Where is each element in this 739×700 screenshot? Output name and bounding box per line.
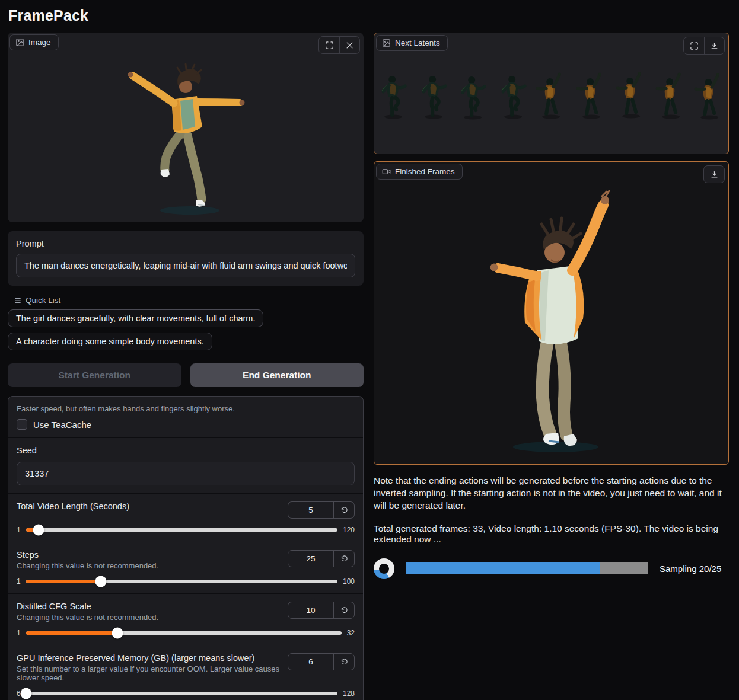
gpu-memory-block: GPU Inference Preserved Memory (GB) (lar… [8, 645, 363, 700]
gpu-memory-reset-button[interactable] [333, 654, 354, 670]
video-length-max: 120 [343, 526, 355, 534]
reset-icon [340, 555, 348, 562]
quick-list-header: Quick List [14, 296, 364, 305]
image-input-panel[interactable]: Image [8, 33, 364, 222]
video-length-slider[interactable] [26, 528, 337, 532]
video-length-reset-button[interactable] [333, 502, 354, 518]
cfg-scale-info: Changing this value is not recommended. [17, 613, 158, 622]
teacache-info: Faster speed, but often makes hands and … [17, 404, 355, 413]
sampling-progress-bar [406, 562, 648, 574]
app-header: FramePack [0, 0, 739, 29]
cfg-scale-slider[interactable] [26, 631, 342, 635]
video-length-label: Total Video Length (Seconds) [17, 501, 129, 511]
finished-frames-label-text: Finished Frames [395, 167, 455, 176]
teacache-block: Faster speed, but often makes hands and … [8, 397, 363, 437]
end-generation-button[interactable]: End Generation [190, 363, 364, 387]
fullscreen-icon [690, 41, 699, 50]
fullscreen-button[interactable] [684, 37, 704, 54]
download-button[interactable] [704, 166, 724, 183]
cfg-scale-value[interactable] [288, 602, 333, 618]
latent-frame [610, 67, 649, 123]
main-layout: Image [0, 29, 739, 700]
finished-frames-label: Finished Frames [376, 164, 463, 180]
quick-list-label: Quick List [26, 296, 60, 305]
fullscreen-icon [325, 41, 334, 50]
next-latents-label-text: Next Latents [395, 39, 440, 47]
image-icon [15, 38, 24, 47]
download-icon [710, 41, 719, 50]
sampling-progress-fill [406, 562, 600, 574]
steps-slider-handle[interactable] [95, 576, 106, 587]
next-latents-label: Next Latents [376, 35, 448, 51]
video-length-min: 1 [17, 526, 21, 534]
reset-icon [340, 658, 348, 666]
video-length-value[interactable] [288, 502, 333, 518]
app-title: FramePack [8, 7, 731, 24]
left-column: Image [8, 33, 364, 700]
input-image [114, 33, 258, 222]
list-icon [14, 296, 22, 305]
finished-frames-actions [703, 165, 725, 183]
image-panel-label-text: Image [28, 38, 51, 47]
teacache-label: Use TeaCache [33, 420, 91, 430]
steps-label: Steps [17, 550, 158, 560]
steps-max: 100 [343, 577, 355, 586]
cfg-scale-label: Distilled CFG Scale [17, 602, 158, 611]
steps-block: Steps Changing this value is not recomme… [8, 542, 363, 593]
right-column: Next Latents [374, 33, 729, 579]
video-length-slider-handle[interactable] [33, 525, 44, 536]
seed-input[interactable] [17, 462, 355, 485]
cfg-scale-min: 1 [17, 629, 21, 637]
loading-spinner-icon [374, 558, 394, 579]
prompt-block: Prompt [8, 231, 364, 286]
prompt-input[interactable] [16, 254, 355, 277]
latent-frame [571, 67, 610, 123]
teacache-checkbox[interactable] [17, 419, 27, 430]
steps-slider[interactable] [26, 580, 337, 583]
gpu-memory-label: GPU Inference Preserved Memory (GB) (lar… [17, 653, 288, 663]
steps-value[interactable] [288, 551, 333, 567]
latent-frame [453, 67, 492, 123]
gpu-memory-value[interactable] [288, 654, 333, 670]
fullscreen-button[interactable] [319, 37, 339, 53]
latent-frame [413, 67, 453, 123]
gpu-memory-slider[interactable] [26, 692, 337, 695]
finished-frames-video [437, 164, 665, 463]
next-latents-panel[interactable]: Next Latents [374, 33, 729, 154]
cfg-scale-number-box [288, 602, 355, 619]
next-latents-actions [683, 37, 725, 55]
generation-summary: Total generated frames: 33, Video length… [374, 523, 729, 545]
image-panel-label: Image [9, 34, 59, 50]
start-generation-button[interactable]: Start Generation [8, 363, 181, 387]
reset-icon [340, 606, 348, 614]
video-length-number-box [288, 501, 355, 519]
gpu-memory-info: Set this number to a larger value if you… [17, 664, 288, 682]
clear-image-button[interactable] [339, 37, 359, 53]
gpu-memory-max: 128 [343, 689, 355, 698]
teacache-checkbox-row[interactable]: Use TeaCache [17, 419, 355, 430]
download-button[interactable] [704, 37, 724, 54]
video-length-block: Total Video Length (Seconds) 1 [8, 493, 363, 542]
quick-list-item[interactable]: A character doing some simple body movem… [8, 333, 212, 350]
gpu-memory-slider-handle[interactable] [20, 688, 31, 699]
reset-icon [340, 506, 348, 514]
cfg-scale-block: Distilled CFG Scale Changing this value … [8, 593, 363, 645]
steps-number-box [288, 550, 355, 567]
finished-frames-panel[interactable]: Finished Frames [374, 161, 729, 465]
close-icon [345, 41, 354, 50]
latent-frame [492, 67, 531, 123]
generation-buttons: Start Generation End Generation [8, 363, 364, 387]
seed-label: Seed [17, 446, 355, 455]
sampling-note: Note that the ending actions will be gen… [374, 474, 729, 512]
sampling-progress-label: Sampling 20/25 [660, 564, 721, 574]
cfg-scale-max: 32 [347, 629, 355, 637]
cfg-scale-reset-button[interactable] [333, 602, 354, 618]
steps-reset-button[interactable] [333, 551, 354, 567]
prompt-label: Prompt [16, 239, 355, 248]
quick-list-item[interactable]: The girl dances gracefully, with clear m… [8, 309, 263, 327]
settings-group: Faster speed, but often makes hands and … [8, 396, 364, 700]
image-panel-actions [318, 36, 360, 54]
download-icon [710, 170, 719, 179]
video-icon [382, 167, 391, 176]
cfg-scale-slider-handle[interactable] [112, 628, 123, 639]
